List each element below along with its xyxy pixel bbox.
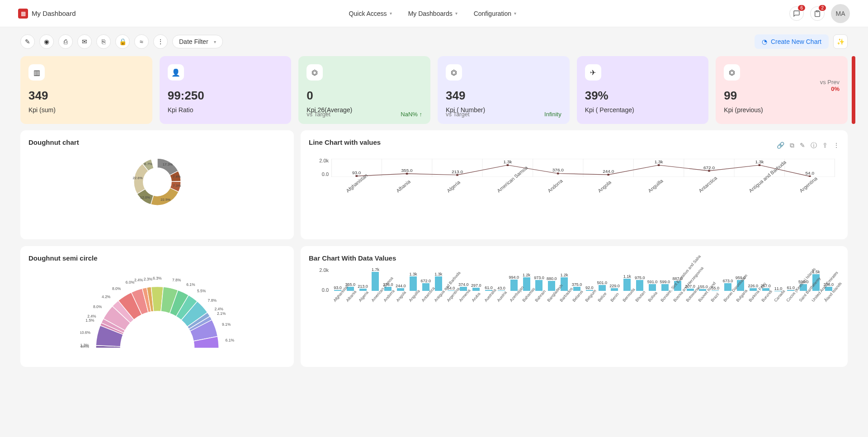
svg-text:6.1%: 6.1% (225, 338, 234, 342)
svg-text:1.3k: 1.3k (503, 159, 512, 164)
kpi-value: 99:250 (168, 89, 283, 103)
kpi-card[interactable]: ▥ 349 Kpi (sum) (20, 56, 152, 124)
money-icon: ⏣ (724, 64, 740, 81)
svg-text:7.3%: 7.3% (173, 184, 181, 188)
svg-text:2.3%: 2.3% (143, 277, 152, 281)
kpi-label: Kpi Ratio (168, 106, 283, 114)
svg-text:17.3%: 17.3% (162, 162, 172, 166)
lock-icon[interactable]: 🔒 (115, 34, 130, 49)
panel-bar: Bar Chart With Data Values 2.0k 0.0 93.0… (301, 246, 848, 367)
svg-rect-21 (406, 173, 408, 175)
edit-icon[interactable]: ✎ (20, 34, 35, 49)
user-icon: 👤 (168, 64, 184, 81)
svg-text:6.1%: 6.1% (186, 282, 195, 287)
bar: 297.0 (470, 288, 482, 291)
more-icon[interactable]: ⋮ (153, 34, 168, 49)
date-filter-select[interactable]: Date Filter ▾ (172, 35, 223, 48)
doughnut-chart: 17.3%7.4%7.3%22.5%12.0%22.6%6.7% (128, 152, 187, 211)
panel-title: Doughnut chart (28, 138, 286, 146)
bar-chart-icon: ▥ (28, 64, 45, 81)
chevron-down-icon: ▾ (514, 11, 516, 16)
svg-text:5.5%: 5.5% (197, 289, 206, 293)
kpi-card[interactable]: ⏣ 349 Kpi ( Number) vs TargetInfinity (438, 56, 570, 124)
nav-quick-access[interactable]: Quick Access▾ (349, 10, 392, 17)
money-icon: ⏣ (307, 64, 323, 81)
kpi-value: 39% (585, 89, 701, 103)
edit-panel-icon[interactable]: ✎ (800, 142, 805, 150)
svg-rect-37 (809, 176, 811, 177)
svg-text:54.0: 54.0 (806, 171, 815, 175)
clipboard-icon[interactable]: 2 (810, 6, 825, 21)
svg-text:1.3%: 1.3% (80, 343, 89, 347)
panel-line: Line Chart with values 🔗 ⧉ ✎ ⓘ ⇪ ⋮ 2.0k … (301, 130, 848, 239)
copy-icon[interactable]: ⧉ (790, 142, 794, 150)
kpi-value: 0 (307, 89, 422, 103)
info-icon[interactable]: ⓘ (811, 142, 817, 150)
panel-title: Line Chart with values (309, 138, 381, 146)
svg-text:213.0: 213.0 (452, 169, 463, 174)
chevron-down-icon: ▾ (455, 11, 458, 16)
export-icon[interactable]: ⇪ (822, 142, 828, 150)
chevron-down-icon: ▾ (390, 11, 392, 16)
kpi-card[interactable]: ✈ 39% Kpi ( Percentage) (577, 56, 709, 124)
panel-title: Bar Chart With Data Values (309, 254, 840, 262)
bar: 244.0 (394, 288, 407, 291)
pie-icon: ◔ (762, 38, 767, 45)
create-new-chart-button[interactable]: ◔ Create New Chart (755, 34, 829, 49)
chat-icon[interactable]: 6 (789, 6, 804, 21)
mail-icon[interactable]: ✉ (77, 34, 92, 49)
nav-configuration[interactable]: Configuration▾ (474, 10, 516, 17)
nav-my-dashboards[interactable]: My Dashboards▾ (408, 10, 458, 17)
kpi-card[interactable]: ⏣ vs Prev0% 99 Kpi (previous) (716, 56, 848, 124)
kpi-value: 349 (28, 89, 144, 103)
kpi-sublabel: vs Target (307, 111, 330, 118)
money-icon: ⏣ (446, 64, 462, 81)
semi-doughnut-chart: 585.4m%1.3%10.6%1.5%2.4%8.0%4.2%8.0%6.0%… (80, 268, 234, 359)
view-icon[interactable]: ◉ (39, 34, 54, 49)
svg-text:8.0%: 8.0% (93, 304, 102, 309)
filter-icon[interactable]: ≈ (134, 34, 149, 49)
svg-text:244.0: 244.0 (603, 169, 614, 174)
kpi-value: 349 (446, 89, 561, 103)
svg-rect-27 (557, 172, 559, 174)
panel-title: Doughnut semi circle (28, 254, 286, 262)
svg-text:672.0: 672.0 (703, 165, 715, 170)
svg-rect-23 (456, 174, 458, 176)
svg-text:2.1%: 2.1% (217, 311, 226, 316)
magic-icon[interactable]: ✨ (833, 34, 848, 49)
kpi-card[interactable]: ⏣ 0 Kpi 26(Average) vs TargetNaN% ↑ (298, 56, 430, 124)
bookmark-icon[interactable]: ⎘ (96, 34, 111, 49)
print-icon[interactable]: ⎙ (58, 34, 73, 49)
kpi-card[interactable]: 👤 99:250 Kpi Ratio (160, 56, 292, 124)
svg-text:6.7%: 6.7% (144, 162, 152, 166)
svg-text:93.0: 93.0 (352, 171, 361, 175)
svg-rect-29 (607, 174, 609, 176)
avatar[interactable]: MA (831, 4, 850, 23)
panel-semi-doughnut: Doughnut semi circle 585.4m%1.3%10.6%1.5… (20, 246, 294, 367)
kpi-scrollbar[interactable] (852, 56, 855, 124)
svg-text:376.0: 376.0 (552, 168, 564, 172)
bar: 213.0 (357, 289, 369, 291)
brand-icon: ▦ (18, 9, 28, 19)
svg-text:9.1%: 9.1% (222, 322, 231, 327)
svg-text:8.0%: 8.0% (112, 286, 121, 291)
svg-text:6.3%: 6.3% (153, 276, 162, 280)
svg-text:7.8%: 7.8% (208, 298, 217, 303)
chevron-down-icon: ▾ (214, 39, 216, 44)
panel-doughnut: Doughnut chart 17.3%7.4%7.3%22.5%12.0%22… (20, 130, 294, 239)
send-icon: ✈ (585, 64, 601, 81)
svg-text:1.3k: 1.3k (655, 159, 663, 164)
svg-text:7.4%: 7.4% (172, 175, 180, 179)
svg-rect-31 (658, 164, 660, 166)
panel-more-icon[interactable]: ⋮ (833, 142, 840, 150)
svg-text:2.4%: 2.4% (87, 314, 96, 318)
svg-rect-35 (759, 164, 760, 166)
svg-text:7.8%: 7.8% (172, 278, 181, 282)
svg-text:4.2%: 4.2% (102, 294, 111, 299)
svg-rect-33 (708, 170, 710, 172)
kpi-sublabel: vs Target (446, 111, 470, 118)
bar: 591.0 (646, 284, 659, 291)
link-icon[interactable]: 🔗 (777, 142, 784, 150)
brand-title: My Dashboard (32, 10, 76, 17)
svg-text:2.4%: 2.4% (134, 278, 143, 282)
